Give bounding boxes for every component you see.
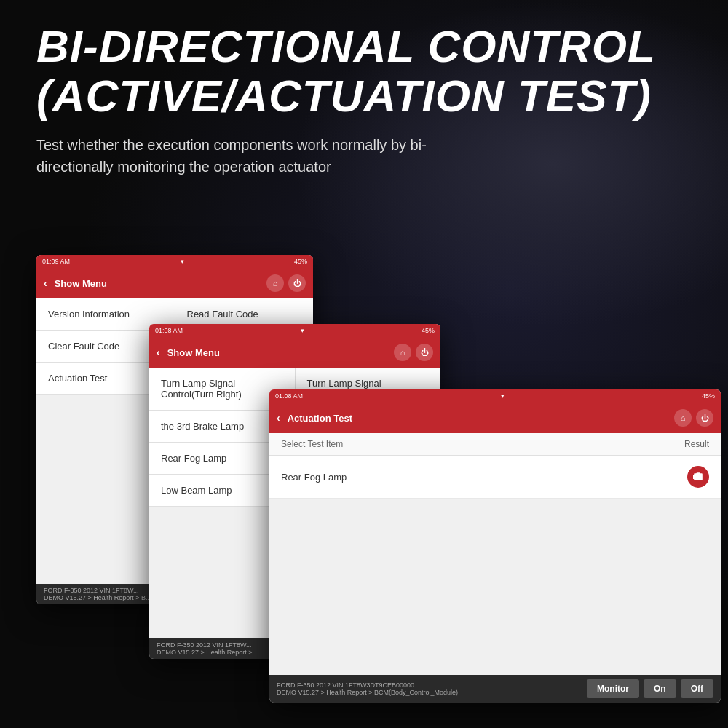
main-title: BI-DIRECTIONAL CONTROL (ACTIVE/ACTUATION… [36,22,692,121]
screen3-toolbar: ⌂ ⏻ [674,409,713,427]
screen3-wifi-icon: ▾ [501,392,505,400]
screen1-battery: 45% [294,258,307,265]
screen3-back-area[interactable]: ‹ Actuation Test [277,412,352,424]
screen1-home-icon[interactable]: ⌂ [266,274,284,292]
screen3-home-icon[interactable]: ⌂ [674,409,692,427]
screen3-time: 01:08 AM [275,392,303,400]
screen1-back-area[interactable]: ‹ Show Menu [44,277,107,289]
screen3-action-buttons: Monitor On Off [587,679,713,698]
title-line2: (ACTIVE/ACTUATION TEST) [36,71,652,121]
screen3-status-bar: 01:08 AM ▾ 45% [269,389,721,403]
screen2-app-bar: ‹ Show Menu ⌂ ⏻ [149,337,440,368]
screen1-time: 01:09 AM [42,258,70,265]
screen2-home-icon[interactable]: ⌂ [394,344,411,361]
screen1-app-bar: ‹ Show Menu ⌂ ⏻ [36,268,313,298]
screen3-test-item-row: Rear Fog Lamp [269,456,721,499]
screen2-exit-icon[interactable]: ⏻ [416,344,433,361]
screens-container: 01:09 AM ▾ 45% ‹ Show Menu ⌂ ⏻ Version I… [36,255,706,706]
screen2-toolbar: ⌂ ⏻ [394,344,433,361]
subtitle: Test whether the execution components wo… [36,134,473,178]
screen2-status-bar: 01:08 AM ▾ 45% [149,324,440,337]
screen1-wifi-icon: ▾ [181,258,184,265]
title-line1: BI-DIRECTIONAL CONTROL [36,21,656,71]
screen3-col1-header: Select Test Item [281,439,343,449]
screen3-monitor-button[interactable]: Monitor [587,679,639,698]
screen2-back-arrow: ‹ [157,347,160,358]
screen3-back-arrow: ‹ [277,412,280,424]
screen3-footer-line1: FORD F-350 2012 VIN 1FT8W3DT9CEB00000 [277,681,587,689]
screen3-app-bar: ‹ Actuation Test ⌂ ⏻ [269,403,721,433]
screen-3: 01:08 AM ▾ 45% ‹ Actuation Test ⌂ ⏻ Sele… [269,389,721,703]
screen3-table-header: Select Test Item Result [269,433,721,456]
screen2-time: 01:08 AM [155,327,183,334]
screen3-footer-line2: DEMO V15.27 > Health Report > BCM(Body_C… [277,689,587,696]
screen3-app-title: Actuation Test [288,413,352,424]
screen2-wifi-icon: ▾ [301,327,304,334]
screen3-bottom-bar: FORD F-350 2012 VIN 1FT8W3DT9CEB00000 DE… [269,675,721,703]
screen3-camera-icon[interactable] [687,466,709,488]
screen1-status-bar: 01:09 AM ▾ 45% [36,255,313,268]
screen3-exit-icon[interactable]: ⏻ [696,409,713,427]
screen3-off-button[interactable]: Off [681,679,713,698]
screen1-back-arrow: ‹ [44,277,47,289]
screen2-app-title: Show Menu [167,347,220,358]
screen1-toolbar: ⌂ ⏻ [266,274,306,292]
screen3-battery: 45% [702,392,715,400]
screen3-on-button[interactable]: On [644,679,676,698]
header-section: BI-DIRECTIONAL CONTROL (ACTIVE/ACTUATION… [36,22,692,178]
screen1-app-title: Show Menu [55,278,107,289]
screen3-footer-text: FORD F-350 2012 VIN 1FT8W3DT9CEB00000 DE… [277,681,587,696]
screen2-back-area[interactable]: ‹ Show Menu [157,347,220,358]
screen3-col2-header: Result [684,439,709,449]
screen3-test-item-label: Rear Fog Lamp [281,472,347,483]
screen1-exit-icon[interactable]: ⏻ [288,274,306,292]
screen2-battery: 45% [422,327,435,334]
